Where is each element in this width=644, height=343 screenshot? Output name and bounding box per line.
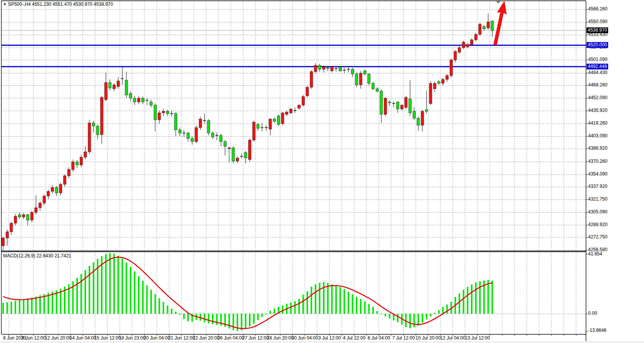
bear-candle	[129, 93, 132, 98]
bear-candle	[146, 100, 148, 100]
macd-tick-label: 0.00	[588, 311, 597, 316]
price-tick-label: 4337.920	[588, 184, 607, 189]
bear-candle	[437, 82, 440, 83]
bull-candle	[14, 216, 17, 223]
time-tick-label: 15 Jun 12:00	[94, 335, 121, 341]
bear-candle	[224, 142, 227, 146]
bull-candle	[289, 109, 292, 113]
bear-candle	[363, 71, 366, 74]
time-tick-label: 21 Jun 12:00	[168, 335, 195, 341]
bull-candle	[67, 170, 70, 176]
price-tick-label: 4288.920	[588, 222, 607, 227]
bull-candle	[199, 119, 202, 128]
bear-candle	[154, 105, 156, 120]
bull-candle	[454, 51, 457, 60]
bull-candle	[384, 98, 387, 114]
current-price-badge: 4538.970	[587, 27, 608, 33]
bear-candle	[355, 74, 358, 85]
bear-candle	[178, 130, 181, 133]
time-tick-label: 20 Jun 04:00	[143, 335, 170, 341]
bull-candle	[158, 113, 161, 120]
bear-candle	[220, 135, 222, 142]
bear-candle	[380, 91, 383, 114]
bear-candle	[109, 83, 111, 88]
bull-candle	[39, 203, 42, 208]
chevron-down-icon[interactable]: ▼	[3, 2, 7, 6]
bear-candle	[425, 110, 428, 111]
ohlc-values-label: 4551.230 4551.470 4530.970 4538.970	[32, 2, 113, 7]
bear-candle	[27, 215, 29, 220]
bear-candle	[96, 126, 99, 135]
price-tick-label: 4468.260	[588, 82, 607, 88]
price-tick-label: 4370.260	[588, 159, 607, 164]
price-tick-label: 4419.260	[588, 120, 607, 126]
bull-candle	[298, 105, 301, 108]
trading-chart-window: ▼SP500-,H4 4551.230 4551.470 4530.970 45…	[0, 0, 644, 343]
macd-histogram	[2, 253, 493, 331]
bear-candle	[175, 114, 177, 130]
bear-candle	[491, 21, 494, 30]
bull-candle	[405, 97, 407, 107]
bull-candle	[104, 83, 107, 100]
bear-candle	[55, 188, 58, 193]
bull-candle	[195, 128, 198, 142]
bull-candle	[281, 113, 284, 124]
chart-canvas[interactable]	[0, 0, 644, 343]
bull-candle	[2, 238, 5, 246]
bull-candle	[466, 44, 469, 47]
bear-candle	[207, 121, 210, 133]
bear-candle	[273, 119, 276, 122]
macd-indicator-label: MACD(12,26,9) 22.6430 21.7421	[3, 253, 71, 259]
bear-candle	[388, 102, 391, 103]
macd-tick-label: -13.6646	[588, 328, 606, 333]
price-tick-label: 4321.750	[588, 196, 607, 202]
price-tick-label: 4501.090	[588, 57, 607, 62]
bull-candle	[458, 47, 461, 52]
time-tick-label: 14 Jun 04:00	[69, 335, 96, 341]
bull-candle	[51, 188, 54, 191]
bull-candle	[30, 212, 33, 220]
price-tick-label: 4354.090	[588, 171, 607, 177]
time-tick-label: 13 Jul 12:00	[465, 335, 490, 341]
time-tick-label: 27 Jun 12:00	[242, 335, 269, 341]
price-tick-label: 4386.920	[588, 145, 607, 151]
bull-candle	[462, 42, 465, 47]
bull-candle	[331, 67, 333, 71]
bear-candle	[125, 80, 128, 95]
price-tick-label: 4403.090	[588, 133, 607, 139]
bull-candle	[429, 83, 432, 103]
axis-ticks	[9, 10, 588, 336]
bull-candle	[314, 66, 317, 72]
bear-candle	[277, 116, 280, 125]
time-tick-label: 22 Jun 20:00	[193, 335, 219, 341]
chart-title[interactable]: ▼SP500-,H4 4551.230 4551.470 4530.970 45…	[3, 2, 113, 7]
price-tick-label: 4272.750	[588, 234, 607, 240]
bear-candle	[397, 102, 399, 109]
bear-candle	[187, 133, 190, 139]
bear-candle	[76, 162, 79, 165]
bull-candle	[302, 96, 304, 105]
bull-candle	[286, 112, 288, 114]
time-tick-label: 12 Jul 04:00	[440, 335, 465, 341]
bear-candle	[351, 69, 354, 74]
time-tick-label: 12 Jun 20:00	[45, 335, 71, 341]
time-tick-label: 7 Jul 12:00	[392, 335, 415, 341]
time-tick-label: 30 Jun 04:00	[291, 335, 318, 341]
price-tick-label: 4484.430	[588, 70, 607, 75]
bull-candle	[113, 85, 116, 89]
symbol-period-label: SP500-,H4	[8, 2, 31, 7]
bull-candle	[35, 208, 37, 212]
bull-candle	[47, 191, 50, 196]
bear-candle	[244, 152, 247, 158]
bull-candle	[43, 196, 45, 203]
bear-candle	[409, 99, 412, 113]
bear-candle	[92, 123, 95, 126]
bull-candle	[59, 184, 62, 193]
price-tick-label: 4550.090	[588, 19, 607, 24]
bull-candle	[269, 119, 272, 129]
bear-candle	[212, 133, 214, 137]
time-tick-label: 6 Jul 04:00	[368, 335, 390, 341]
time-tick-label: 18 Jun 23:00	[119, 335, 145, 341]
macd-tick-label: 41.654	[588, 251, 602, 257]
bull-candle	[450, 60, 452, 75]
